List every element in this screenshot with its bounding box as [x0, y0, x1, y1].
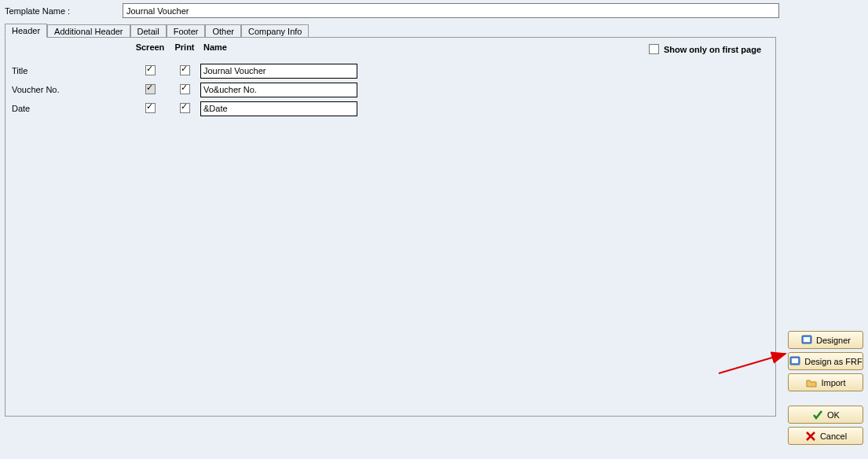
designer-icon — [800, 334, 813, 347]
row-label-date: Date — [12, 104, 131, 113]
ok-button[interactable]: OK — [788, 406, 863, 424]
svg-rect-5 — [792, 358, 798, 363]
design-as-frf-button[interactable]: Design as FRF — [788, 352, 863, 370]
design-frf-icon — [789, 355, 801, 368]
title-print-checkbox[interactable] — [180, 65, 190, 75]
voucher-screen-checkbox[interactable] — [145, 84, 156, 94]
cancel-button[interactable]: Cancel — [788, 427, 863, 445]
table-row: Title — [12, 61, 769, 80]
date-screen-checkbox[interactable] — [145, 103, 156, 113]
designer-button-label: Designer — [816, 336, 851, 345]
table-row: Date — [12, 99, 769, 118]
column-header-name: Name — [200, 42, 357, 52]
voucher-name-input[interactable] — [200, 83, 357, 97]
tab-header[interactable]: Header — [5, 24, 47, 38]
check-icon — [811, 409, 824, 421]
column-header-print: Print — [169, 42, 200, 52]
ok-button-label: OK — [827, 410, 840, 420]
import-button[interactable]: Import — [788, 373, 863, 391]
date-name-input[interactable] — [200, 101, 357, 116]
voucher-print-checkbox[interactable] — [180, 84, 190, 94]
table-row: Voucher No. — [12, 80, 769, 99]
tab-strip: Header Additional Header Detail Footer O… — [0, 23, 868, 37]
template-name-label: Template Name : — [5, 6, 123, 16]
date-print-checkbox[interactable] — [180, 103, 190, 113]
template-name-input[interactable] — [123, 3, 779, 18]
design-as-frf-button-label: Design as FRF — [804, 357, 862, 366]
svg-rect-3 — [804, 337, 810, 342]
tab-panel-header: Screen Print Name Show only on first pag… — [5, 37, 776, 417]
row-label-voucher-no: Voucher No. — [12, 85, 131, 94]
cancel-icon — [804, 430, 817, 442]
row-label-title: Title — [12, 66, 131, 75]
folder-icon — [805, 376, 818, 389]
cancel-button-label: Cancel — [820, 431, 847, 441]
show-only-first-page-label: Show only on first page — [664, 45, 761, 54]
title-name-input[interactable] — [200, 64, 357, 79]
show-only-first-page-checkbox[interactable] — [649, 44, 659, 54]
designer-button[interactable]: Designer — [788, 331, 863, 349]
title-screen-checkbox[interactable] — [145, 65, 156, 75]
import-button-label: Import — [821, 378, 845, 387]
column-header-screen: Screen — [131, 42, 169, 52]
